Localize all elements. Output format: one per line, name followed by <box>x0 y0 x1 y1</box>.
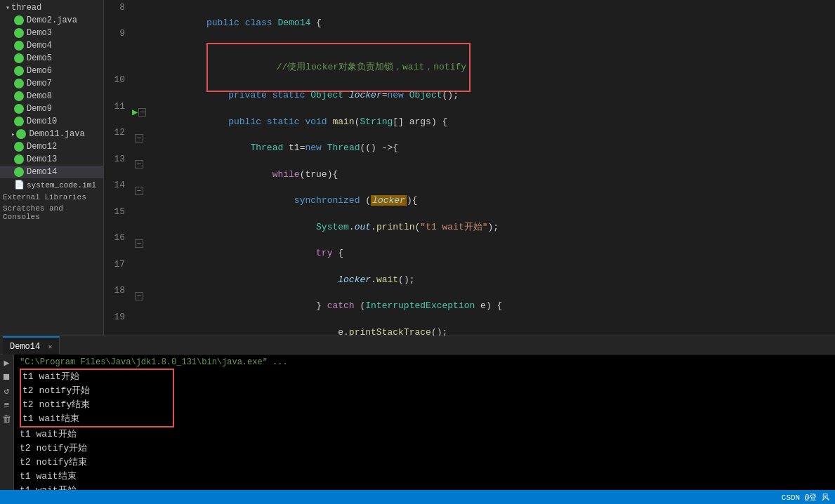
file-icon-demo10 <box>14 117 24 126</box>
folder-arrow: ▾ <box>6 4 10 12</box>
fold-icon-14[interactable]: ─ <box>135 187 143 195</box>
output-line-9: t1 wait开始 <box>20 484 829 490</box>
gutter-13: ─ <box>132 152 146 178</box>
sidebar-item-demo5[interactable]: Demo5 <box>0 52 103 65</box>
line-num-14: 14 <box>104 178 132 204</box>
sidebar-item-iml[interactable]: 📄 system_code.iml <box>0 178 103 192</box>
sidebar-item-demo4[interactable]: Demo4 <box>0 39 103 52</box>
line-num-11: 11 <box>104 99 132 125</box>
fold-icon-16[interactable]: ─ <box>135 239 143 248</box>
toolbar-icon-run[interactable]: ▶ <box>1 357 13 369</box>
line-num-9: 9 <box>104 26 132 72</box>
sidebar-item-thread[interactable]: ▾ thread <box>0 1 103 14</box>
fold-icon-18[interactable]: ─ <box>135 292 143 300</box>
output-line-7: t2 notify结束 <box>20 456 829 470</box>
file-icon-demo8 <box>14 91 24 101</box>
toolbar-icon-rerun[interactable]: ↺ <box>1 385 13 397</box>
bottom-toolbar: ▶ ⏹ ↺ ≡ 🗑 <box>0 354 14 490</box>
line-num-19: 19 <box>104 310 132 336</box>
sidebar-item-scratches[interactable]: Scratches and Consoles <box>0 203 103 223</box>
file-icon-demo9 <box>14 104 24 114</box>
sidebar-label-demo5: Demo5 <box>27 53 52 63</box>
code-line-15: 15 System.out.println("t1 wait开始"); <box>104 204 835 230</box>
line-content-11: public static void main(String[] args) { <box>146 99 835 125</box>
line-content-19: e.printStackTrace(); <box>146 310 835 336</box>
sidebar-label-demo3: Demo3 <box>27 28 52 38</box>
file-icon-demo6 <box>14 66 24 76</box>
output-area: ▶ ⏹ ↺ ≡ 🗑 "C:\Program Files\Java\jdk1.8.… <box>0 354 835 490</box>
sidebar-item-demo6[interactable]: Demo6 <box>0 65 103 77</box>
sidebar-folder-label: thread <box>11 3 41 13</box>
file-icon-demo7 <box>14 79 24 88</box>
output-line-4: t1 wait结束 <box>21 412 173 426</box>
main-area: ▾ thread Demo2.java Demo3 Demo4 Demo5 De… <box>0 0 835 336</box>
file-icon-demo4 <box>14 41 24 51</box>
code-line-13: 13 ─ while(true){ <box>104 152 835 178</box>
line-content-13: while(true){ <box>146 152 835 178</box>
comment-text-9: //使用locker对象负责加锁，wait，notify <box>277 62 466 72</box>
code-line-10: 10 private static Object locker=new Obje… <box>104 72 835 98</box>
sidebar-item-demo11[interactable]: ▸ Demo11.java <box>0 128 103 140</box>
debug-arrow-11: ▶ <box>132 105 138 120</box>
sidebar-item-demo8[interactable]: Demo8 <box>0 90 103 102</box>
sidebar-label-demo2: Demo2.java <box>27 15 77 25</box>
output-line-3: t2 notify结束 <box>21 398 173 412</box>
status-text: CSDN @登 风 <box>782 492 829 503</box>
gutter-10 <box>132 72 146 98</box>
sidebar: ▾ thread Demo2.java Demo3 Demo4 Demo5 De… <box>0 0 104 336</box>
fold-icon-12[interactable]: ─ <box>135 134 143 142</box>
tab-close-demo14[interactable]: ✕ <box>48 343 52 351</box>
file-icon-demo5 <box>14 53 24 63</box>
status-bar: CSDN @登 风 <box>0 490 835 504</box>
iml-icon: 📄 <box>14 180 24 190</box>
sidebar-label-scratches: Scratches and Consoles <box>3 204 63 221</box>
sidebar-item-demo9[interactable]: Demo9 <box>0 102 103 115</box>
tab-label-demo14: Demo14 <box>10 342 40 352</box>
toolbar-icon-scroll[interactable]: ≡ <box>1 399 13 411</box>
sidebar-item-demo2[interactable]: Demo2.java <box>0 14 103 27</box>
sidebar-label-demo7: Demo7 <box>27 79 52 88</box>
tab-bar: Demo14 ✕ <box>0 336 835 354</box>
line-num-8: 8 <box>104 0 132 26</box>
sidebar-label-demo10: Demo10 <box>27 117 57 126</box>
gutter-14: ─ <box>132 178 146 204</box>
sidebar-item-demo12[interactable]: Demo12 <box>0 140 103 153</box>
fold-icon-11[interactable]: ─ <box>138 108 146 117</box>
gutter-9 <box>132 26 146 72</box>
line-num-15: 15 <box>104 204 132 230</box>
file-icon-demo11 <box>16 129 26 139</box>
editor[interactable]: 8 public class Demo14 { 9 //使用locker对象负责… <box>104 0 835 336</box>
code-line-11: 11 ▶ ─ public static void main(String[] … <box>104 99 835 125</box>
line-num-10: 10 <box>104 72 132 98</box>
toolbar-icon-clear[interactable]: 🗑 <box>1 413 13 425</box>
file-icon-demo3 <box>14 28 24 38</box>
output-line-5: t1 wait开始 <box>20 427 829 442</box>
line-num-12: 12 <box>104 125 132 151</box>
sidebar-item-demo3[interactable]: Demo3 <box>0 27 103 39</box>
sidebar-label-demo11: Demo11.java <box>29 129 84 139</box>
gutter-19 <box>132 310 146 336</box>
line-content-10: private static Object locker=new Object(… <box>146 72 835 98</box>
output-content[interactable]: "C:\Program Files\Java\jdk1.8.0_131\bin\… <box>14 354 835 490</box>
code-area: 8 public class Demo14 { 9 //使用locker对象负责… <box>104 0 835 336</box>
code-line-17: 17 locker.wait(); <box>104 257 835 283</box>
toolbar-icon-stop[interactable]: ⏹ <box>1 371 13 383</box>
gutter-16: ─ <box>132 230 146 256</box>
sidebar-item-demo13[interactable]: Demo13 <box>0 153 103 166</box>
gutter-18: ─ <box>132 283 146 309</box>
sidebar-item-demo10[interactable]: Demo10 <box>0 115 103 128</box>
tab-demo14[interactable]: Demo14 ✕ <box>3 336 60 354</box>
output-line-2: t2 notify开始 <box>21 384 173 398</box>
sidebar-item-external[interactable]: External Libraries <box>0 192 103 203</box>
fold-icon-13[interactable]: ─ <box>135 160 143 168</box>
gutter-12: ─ <box>132 125 146 151</box>
sidebar-item-demo14[interactable]: Demo14 <box>0 166 103 178</box>
sidebar-item-demo7[interactable]: Demo7 <box>0 77 103 90</box>
path-line: "C:\Program Files\Java\jdk1.8.0_131\bin\… <box>20 357 829 367</box>
code-line-18: 18 ─ } catch (InterruptedException e) { <box>104 283 835 309</box>
sidebar-label-demo6: Demo6 <box>27 66 52 76</box>
sidebar-label-demo9: Demo9 <box>27 104 52 114</box>
line-content-14: synchronized (locker){ <box>146 178 835 204</box>
gutter-17 <box>132 257 146 283</box>
sidebar-label-iml: system_code.iml <box>27 181 96 190</box>
